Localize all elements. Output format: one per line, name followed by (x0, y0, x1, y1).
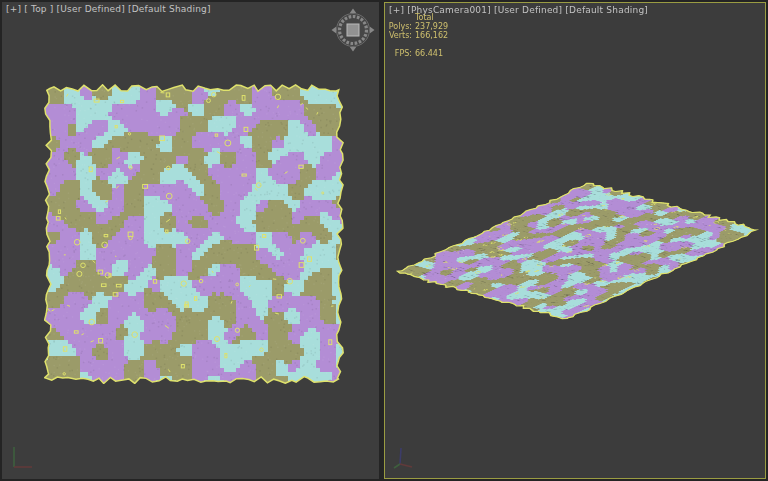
axis-tripod-top-view (5, 445, 39, 473)
viewport-top[interactable]: [+] [ Top ] [User Defined] [Default Shad… (2, 2, 379, 479)
viewport-camera[interactable]: [+] [PhysCamera001] [User Defined] [Defa… (384, 2, 766, 479)
viewcube-arrow-north[interactable] (350, 9, 356, 14)
terrain-top-view[interactable] (44, 84, 344, 384)
frame-top (0, 0, 768, 2)
stats-verts-label: Verts: (388, 32, 415, 41)
viewcube-arrow-south[interactable] (350, 47, 356, 52)
stats-verts-value: 166,162 (415, 32, 448, 41)
statistics-panel: Total Polys: 237,929 Verts: 166,162 FPS:… (388, 14, 448, 59)
viewcube-arrow-west[interactable] (332, 27, 337, 33)
viewcube-arrow-east[interactable] (370, 27, 375, 33)
stats-fps-label: FPS: (388, 41, 415, 59)
viewport-top-label[interactable]: [+] [ Top ] [User Defined] [Default Shad… (6, 4, 211, 15)
axis-tripod-camera-view (390, 442, 424, 470)
viewcube-top-face[interactable] (347, 24, 359, 36)
viewcube[interactable] (331, 8, 375, 52)
max-viewport-area: [+] [ Top ] [User Defined] [Default Shad… (0, 0, 768, 481)
terrain-camera-view[interactable] (385, 3, 765, 478)
stats-fps-value: 66.441 (415, 41, 448, 59)
